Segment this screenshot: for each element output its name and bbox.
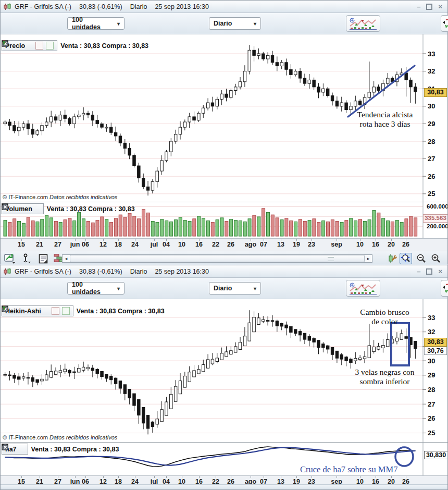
- chart-window-heikin: GRF - Grifols SA (-) 30,83 (-0,61%) Diar…: [0, 265, 448, 490]
- svg-text:29: 29: [428, 120, 435, 128]
- x-axis-label: 26: [227, 241, 234, 248]
- chart-style-button[interactable]: [346, 280, 380, 297]
- bid-ask-line: Venta : 30,83 Compra : 30,83: [31, 446, 119, 453]
- svg-text:25: 25: [428, 190, 435, 198]
- window-title-quote: 30,83 (-0,61%): [79, 268, 122, 275]
- minimize-button[interactable]: –: [417, 270, 420, 273]
- notes-icon[interactable]: [37, 253, 49, 264]
- crossover-annotation-text[interactable]: Cruce de ha7 sobre su MM7: [300, 464, 397, 475]
- navigation-toolbar: ◂ ▸: [1, 251, 447, 266]
- copyright-note: © IT-Finance.com Datos recibidos indicat…: [3, 434, 117, 440]
- arrow-up-icon[interactable]: [46, 42, 54, 50]
- svg-text:32: 32: [428, 67, 435, 75]
- x-axis-label: 24: [131, 241, 139, 248]
- svg-text:28: 28: [428, 138, 435, 145]
- chart-style-button[interactable]: [346, 15, 380, 32]
- x-axis-label: 26: [402, 241, 409, 248]
- color-change-annotation-text[interactable]: Cambio brusco de color: [342, 308, 428, 327]
- heikin-chart-area: 333231302928272625 Heikin-Ashi: [1, 299, 447, 442]
- x-axis-label: 13: [277, 241, 284, 248]
- horizontal-scrollbar[interactable]: ◂ ▸: [62, 254, 372, 263]
- sync-icon: [442, 17, 448, 30]
- close-button[interactable]: ×: [438, 267, 442, 275]
- chart-toolbar: 100 unidades ▾ Diario ▾: [1, 13, 447, 34]
- period-dropdown[interactable]: Diario ▾: [209, 17, 261, 30]
- maximize-button[interactable]: [426, 268, 432, 275]
- trendline-annotation[interactable]: [348, 66, 415, 117]
- units-dropdown[interactable]: 100 unidades ▾: [67, 282, 125, 295]
- svg-text:33: 33: [428, 50, 435, 58]
- last-price-tag: 30,83: [424, 88, 447, 97]
- panel-title: Volumen: [5, 205, 32, 213]
- svg-text:600.000: 600.000: [427, 203, 447, 210]
- price-chart-area: 333231302928272625 Precio: [1, 34, 447, 202]
- svg-text:27: 27: [428, 155, 435, 163]
- x-axis-label: 27: [54, 241, 61, 248]
- window-title-quote: 30,83 (-0,61%): [79, 3, 122, 10]
- period-dropdown[interactable]: Diario ▾: [209, 282, 261, 295]
- x-axis-label: 06: [82, 241, 89, 248]
- copyright-note: © IT-Finance.com Datos recibidos indicat…: [3, 194, 117, 200]
- arrow-up-icon[interactable]: [62, 307, 70, 315]
- x-axis-label: 12: [99, 241, 107, 248]
- close-button[interactable]: ×: [438, 3, 442, 10]
- x-axis-label: 23: [308, 241, 315, 248]
- candlestick-logo-icon: [4, 268, 11, 275]
- x-axis-label: 15: [18, 241, 25, 248]
- bottom-toolbar-strip: [1, 484, 447, 489]
- svg-text:26: 26: [428, 414, 435, 422]
- cursor-tool-icon[interactable]: [20, 253, 33, 264]
- ha7-panel-header: ha7 Venta : 30,83 Compra : 30,83: [2, 444, 119, 455]
- zoom-out-icon[interactable]: [415, 253, 428, 264]
- window-title-symbol: GRF - Grifols SA (-): [15, 268, 71, 275]
- window-title-symbol: GRF - Grifols SA (-): [15, 3, 71, 10]
- draw-export-icon[interactable]: [4, 253, 16, 264]
- svg-text:30: 30: [428, 357, 435, 365]
- x-axis: 152127jun06121824jul0410162226ago0713192…: [1, 238, 447, 251]
- arrow-down-icon[interactable]: [35, 42, 43, 50]
- x-axis-label: 19: [293, 241, 300, 248]
- bid-ask-line: Venta : 30,83 Compra : 30,83: [77, 308, 165, 315]
- svg-text:30: 30: [428, 102, 435, 110]
- title-bar[interactable]: GRF - Grifols SA (-) 30,83 (-0,61%) Diar…: [1, 1, 447, 13]
- bid-ask-line: Venta : 30,83 Compra : 30,83: [60, 42, 148, 50]
- chart-style-icon: [349, 17, 378, 30]
- volume-panel-header: Volumen Venta : 30,83 Compra : 30,83: [2, 203, 135, 214]
- minimize-button[interactable]: –: [417, 5, 420, 8]
- x-axis-label: 16: [372, 241, 379, 248]
- objects-tool-icon[interactable]: [386, 253, 399, 264]
- sync-button[interactable]: [441, 15, 448, 32]
- bid-ask-line: Venta : 30,83 Compra : 30,83: [47, 205, 135, 213]
- x-axis-label: 22: [212, 241, 219, 248]
- period-dropdown-value: Diario: [214, 20, 232, 27]
- window-title-period: Diario: [130, 3, 147, 10]
- scrollbar-left-icon[interactable]: ◂: [63, 255, 70, 262]
- x-axis-label: 18: [115, 241, 122, 248]
- x-axis-label: 20: [388, 241, 395, 248]
- heikin-panel-header: Heikin-Ashi Venta : 30,83 Compra : 30,83: [2, 305, 165, 316]
- x-axis-label: 21: [36, 241, 43, 248]
- x-axis-label: 10: [356, 241, 364, 248]
- scrollbar-right-icon[interactable]: ▸: [365, 255, 372, 262]
- x-axis-label: 16: [195, 241, 203, 248]
- title-bar[interactable]: GRF - Grifols SA (-) 30,83 (-0,61%) Diar…: [1, 265, 447, 278]
- secondary-price-tag: 30,76: [424, 347, 447, 355]
- sync-icon: [442, 282, 448, 295]
- chevron-down-icon: ▾: [254, 21, 256, 27]
- black-candles-annotation-text[interactable]: 3 velas negras con sombra inferior: [339, 368, 430, 387]
- trend-annotation-text[interactable]: Tendencia alcista rota hace 3 días: [343, 110, 427, 129]
- current-volume-tag: 335.563: [423, 214, 447, 223]
- zoom-in-icon[interactable]: [430, 253, 442, 264]
- scrollbar-thumb[interactable]: [70, 255, 365, 262]
- zoom-fit-icon[interactable]: [400, 253, 412, 264]
- arrow-down-icon[interactable]: [52, 307, 59, 315]
- sync-button[interactable]: [441, 280, 448, 297]
- x-axis-label: sep: [331, 241, 342, 248]
- units-dropdown[interactable]: 100 unidades ▾: [67, 17, 125, 30]
- x-axis-label: jul: [151, 241, 158, 248]
- units-dropdown-value: 100 unidades: [72, 16, 112, 31]
- volume-area: 600.000400.000200.000 Volumen Venta : 30…: [1, 202, 447, 238]
- chevron-down-icon: ▾: [117, 21, 120, 27]
- last-price-tag: 30,83: [424, 338, 447, 347]
- maximize-button[interactable]: [426, 4, 432, 10]
